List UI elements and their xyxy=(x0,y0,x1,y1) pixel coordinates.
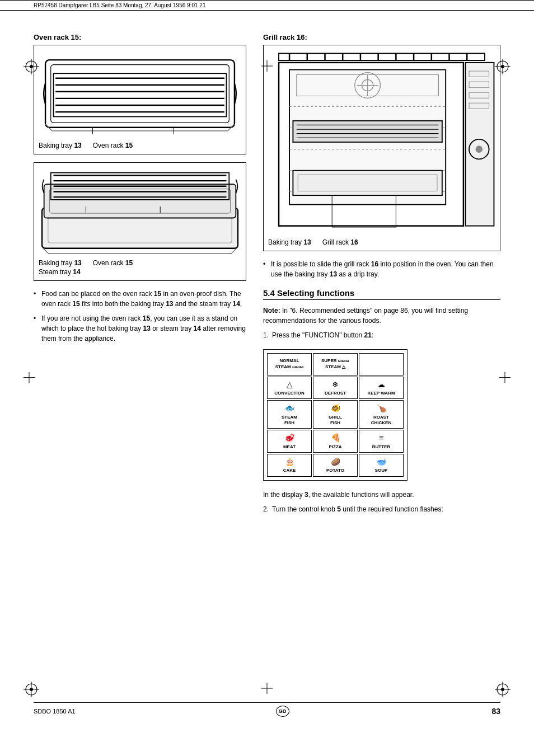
numbered-steps: 1. Press the "FUNCTION" button 21: xyxy=(263,330,500,340)
note-paragraph: Note: In "6. Recommended settings" on pa… xyxy=(263,306,500,326)
page: RP57458 Dampfgarer LB5 Seite 83 Montag, … xyxy=(0,0,534,756)
caption2-oven: Oven rack 15 xyxy=(93,259,133,267)
func-normal-steam: NORMALSTEAM ωωω xyxy=(267,353,312,375)
grill-rack-heading: Grill rack 16: xyxy=(263,33,500,41)
svg-rect-85 xyxy=(466,63,494,226)
footer-page: 83 xyxy=(491,707,500,716)
svg-point-7 xyxy=(501,65,504,68)
note-text-content: In "6. Recommended settings" on page 86,… xyxy=(263,307,468,325)
svg-point-91 xyxy=(475,145,483,153)
main-content: Oven rack 15: xyxy=(0,16,534,536)
two-column-layout: Oven rack 15: xyxy=(34,33,500,519)
caption2-baking: Baking tray 13 xyxy=(39,259,82,267)
svg-rect-53 xyxy=(279,53,485,60)
func-roast-chicken: 🍗 ROASTCHICKEN xyxy=(359,400,404,429)
section-5-4-title: 5.4 Selecting functions xyxy=(263,288,500,300)
corner-mark-bl xyxy=(24,682,39,697)
grill-caption-baking: Baking tray 13 xyxy=(268,238,311,246)
svg-point-3 xyxy=(30,65,33,68)
func-grill-fish: 🐠 GRILLFISH xyxy=(313,400,358,429)
header-bar: RP57458 Dampfgarer LB5 Seite 83 Montag, … xyxy=(0,0,534,11)
oven-rack-image-box-1: Baking tray 13 Oven rack 15 xyxy=(34,45,246,154)
right-bullet-1: It is possible to slide the grill rack 1… xyxy=(263,259,500,279)
numbered-steps-2: 2. Turn the control knob 5 until the req… xyxy=(263,504,500,514)
right-center-mark xyxy=(499,372,510,384)
caption-row-2a: Baking tray 13 Oven rack 15 xyxy=(39,259,241,267)
func-pizza: 🍕 PIZZA xyxy=(313,430,358,453)
grill-rack-diagram xyxy=(268,50,495,234)
grill-rack-image-box: Baking tray 13 Grill rack 16 xyxy=(263,45,500,251)
func-keep-warm: ☁ KEEP WARM xyxy=(359,377,404,400)
func-cake: 🎂 CAKE xyxy=(267,454,312,477)
left-center-mark xyxy=(24,372,35,384)
left-bullet-1: Food can be placed on the oven rack 15 i… xyxy=(34,289,246,309)
oven-rack-image-box-2: Baking tray 13 Oven rack 15 Steam tray 1… xyxy=(34,162,246,281)
function-grid-box: NORMALSTEAM ωωω SUPER ωωωSTEAM △ △ CONVE… xyxy=(263,349,407,481)
bottom-center-mark xyxy=(261,683,273,696)
step-2: 2. Turn the control knob 5 until the req… xyxy=(263,504,500,514)
corner-mark-br xyxy=(495,682,510,697)
corner-mark-tr xyxy=(495,59,510,74)
footer-country: GB xyxy=(276,706,292,717)
svg-rect-43 xyxy=(44,184,236,218)
right-column: Grill rack 16: xyxy=(263,33,500,519)
caption1-oven: Oven rack 15 xyxy=(93,142,133,149)
grill-caption-row: Baking tray 13 Grill rack 16 xyxy=(268,238,495,246)
grill-caption-grill: Grill rack 16 xyxy=(322,238,358,246)
svg-point-15 xyxy=(501,688,504,691)
left-bullet-list: Food can be placed on the oven rack 15 i… xyxy=(34,289,246,344)
oven-rack-diagram-1 xyxy=(39,50,241,138)
corner-mark-tl xyxy=(24,59,39,74)
caption1-baking: Baking tray 13 xyxy=(39,142,82,149)
display-text: In the display 3, the available function… xyxy=(263,490,500,500)
func-potato: 🥔 POTATO xyxy=(313,454,358,477)
right-bullet-list: It is possible to slide the grill rack 1… xyxy=(263,259,500,279)
top-center-mark xyxy=(261,60,273,73)
func-steam-fish: 🐟 STEAMFISH xyxy=(267,400,312,429)
svg-rect-32 xyxy=(54,73,227,116)
caption-row-1: Baking tray 13 Oven rack 15 xyxy=(39,142,241,149)
func-super-steam: SUPER ωωωSTEAM △ xyxy=(313,353,358,375)
svg-rect-82 xyxy=(293,171,442,195)
oven-rack-heading: Oven rack 15: xyxy=(34,33,246,41)
func-empty-1 xyxy=(359,353,404,375)
oven-rack-diagram-2 xyxy=(39,167,241,255)
func-meat: 🥩 MEAT xyxy=(267,430,312,453)
left-bullet-2: If you are not using the oven rack 15, y… xyxy=(34,313,246,344)
step-1: 1. Press the "FUNCTION" button 21: xyxy=(263,330,500,340)
caption-row-2b: Steam tray 14 xyxy=(39,268,241,276)
footer-model: SDBO 1850 A1 xyxy=(34,708,76,715)
func-convection: △ CONVECTION xyxy=(267,377,312,400)
func-soup: 🥣 SOUP xyxy=(359,454,404,477)
header-text: RP57458 Dampfgarer LB5 Seite 83 Montag, … xyxy=(34,2,205,8)
svg-rect-77 xyxy=(293,121,442,142)
footer: SDBO 1850 A1 GB 83 xyxy=(34,702,500,717)
left-column: Oven rack 15: xyxy=(34,33,246,519)
svg-rect-24 xyxy=(45,60,235,128)
gb-badge: GB xyxy=(276,706,289,717)
svg-point-11 xyxy=(30,688,33,691)
func-defrost: ❄ DEFROST xyxy=(313,377,358,400)
function-grid: NORMALSTEAM ωωω SUPER ωωωSTEAM △ △ CONVE… xyxy=(267,353,404,477)
func-butter: ≡ BUTTER xyxy=(359,430,404,453)
